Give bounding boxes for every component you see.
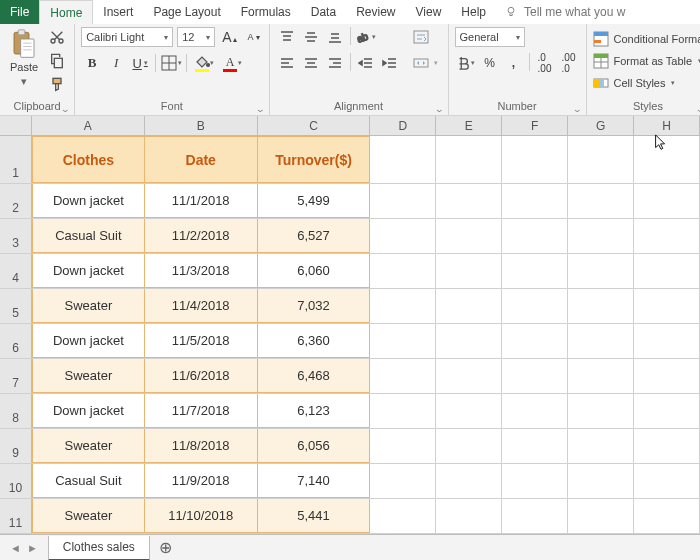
font-size-select[interactable]: 12▾ <box>177 27 215 47</box>
percent-format-button[interactable]: % <box>479 53 501 73</box>
row-header-10[interactable]: 10 <box>0 464 32 498</box>
cell-C3[interactable]: 6,527 <box>258 219 371 253</box>
cell-A2[interactable]: Down jacket <box>32 184 145 218</box>
row-header-5[interactable]: 5 <box>0 289 32 323</box>
tab-nav-next[interactable]: ► <box>27 542 38 554</box>
cell-F6[interactable] <box>502 324 568 358</box>
cell-F8[interactable] <box>502 394 568 428</box>
col-header-H[interactable]: H <box>634 116 700 135</box>
cell-C4[interactable]: 6,060 <box>258 254 371 288</box>
row-header-9[interactable]: 9 <box>0 429 32 463</box>
cell-G8[interactable] <box>568 394 634 428</box>
font-color-button[interactable]: A▾ <box>219 53 241 73</box>
cell-F5[interactable] <box>502 289 568 323</box>
cell-E3[interactable] <box>436 219 502 253</box>
cell-H3[interactable] <box>634 219 700 253</box>
cell-B11[interactable]: 11/10/2018 <box>145 499 258 533</box>
cell-C8[interactable]: 6,123 <box>258 394 371 428</box>
cell-H6[interactable] <box>634 324 700 358</box>
cell-C10[interactable]: 7,140 <box>258 464 371 498</box>
cell-B2[interactable]: 11/1/2018 <box>145 184 258 218</box>
cell-A7[interactable]: Sweater <box>32 359 145 393</box>
align-bottom-button[interactable] <box>324 27 346 47</box>
menu-data[interactable]: Data <box>301 0 346 24</box>
comma-format-button[interactable]: , <box>503 53 525 73</box>
col-header-B[interactable]: B <box>145 116 258 135</box>
format-painter-button[interactable] <box>46 75 68 95</box>
cell-G4[interactable] <box>568 254 634 288</box>
align-middle-button[interactable] <box>300 27 322 47</box>
cell-C6[interactable]: 6,360 <box>258 324 371 358</box>
copy-button[interactable] <box>46 51 68 71</box>
cell-D11[interactable] <box>370 499 436 533</box>
cell-D8[interactable] <box>370 394 436 428</box>
cell-A4[interactable]: Down jacket <box>32 254 145 288</box>
menu-file[interactable]: File <box>0 0 39 24</box>
col-header-A[interactable]: A <box>32 116 145 135</box>
decrease-font-button[interactable]: A▾ <box>244 32 262 42</box>
row-header-7[interactable]: 7 <box>0 359 32 393</box>
cell-B1[interactable]: Date <box>145 136 258 183</box>
cell-B7[interactable]: 11/6/2018 <box>145 359 258 393</box>
decrease-decimal-button[interactable]: .00.0 <box>558 53 580 73</box>
cell-D4[interactable] <box>370 254 436 288</box>
cell-H1[interactable] <box>634 136 700 183</box>
cell-G7[interactable] <box>568 359 634 393</box>
cell-A10[interactable]: Casual Suit <box>32 464 145 498</box>
cell-G9[interactable] <box>568 429 634 463</box>
col-header-G[interactable]: G <box>568 116 634 135</box>
menu-review[interactable]: Review <box>346 0 405 24</box>
cell-A6[interactable]: Down jacket <box>32 324 145 358</box>
underline-button[interactable]: U▾ <box>129 53 151 73</box>
align-left-button[interactable] <box>276 53 298 73</box>
sheet-tab-active[interactable]: Clothes sales <box>48 536 150 561</box>
row-header-11[interactable]: 11 <box>0 499 32 533</box>
italic-button[interactable]: I <box>105 53 127 73</box>
cell-A1[interactable]: Clothes <box>32 136 145 183</box>
menu-help[interactable]: Help <box>451 0 496 24</box>
cell-E4[interactable] <box>436 254 502 288</box>
cell-F3[interactable] <box>502 219 568 253</box>
cell-H5[interactable] <box>634 289 700 323</box>
cell-A11[interactable]: Sweater <box>32 499 145 533</box>
font-name-select[interactable]: Calibri Light▾ <box>81 27 173 47</box>
cell-F7[interactable] <box>502 359 568 393</box>
cell-H8[interactable] <box>634 394 700 428</box>
cell-E7[interactable] <box>436 359 502 393</box>
cell-C1[interactable]: Turnover($) <box>258 136 371 183</box>
cell-D3[interactable] <box>370 219 436 253</box>
cell-E6[interactable] <box>436 324 502 358</box>
cell-E10[interactable] <box>436 464 502 498</box>
accounting-format-button[interactable]: ▾ <box>455 53 477 73</box>
tell-me-search[interactable]: Tell me what you w <box>504 0 625 24</box>
select-all-corner[interactable] <box>0 116 32 135</box>
row-header-2[interactable]: 2 <box>0 184 32 218</box>
cell-C11[interactable]: 5,441 <box>258 499 371 533</box>
col-header-F[interactable]: F <box>502 116 568 135</box>
cell-B3[interactable]: 11/2/2018 <box>145 219 258 253</box>
col-header-C[interactable]: C <box>258 116 371 135</box>
cell-A9[interactable]: Sweater <box>32 429 145 463</box>
cell-B8[interactable]: 11/7/2018 <box>145 394 258 428</box>
cell-H7[interactable] <box>634 359 700 393</box>
cell-D6[interactable] <box>370 324 436 358</box>
cell-B4[interactable]: 11/3/2018 <box>145 254 258 288</box>
cell-E2[interactable] <box>436 184 502 218</box>
cell-styles-button[interactable]: Cell Styles▾ <box>593 73 701 93</box>
cell-G11[interactable] <box>568 499 634 533</box>
row-header-3[interactable]: 3 <box>0 219 32 253</box>
fill-color-button[interactable]: ▾ <box>191 53 213 73</box>
cell-A3[interactable]: Casual Suit <box>32 219 145 253</box>
menu-formulas[interactable]: Formulas <box>231 0 301 24</box>
cell-D9[interactable] <box>370 429 436 463</box>
align-top-button[interactable] <box>276 27 298 47</box>
increase-decimal-button[interactable]: .0.00 <box>534 53 556 73</box>
menu-page-layout[interactable]: Page Layout <box>143 0 230 24</box>
cell-E9[interactable] <box>436 429 502 463</box>
menu-view[interactable]: View <box>406 0 452 24</box>
increase-indent-button[interactable] <box>379 53 401 73</box>
cell-C5[interactable]: 7,032 <box>258 289 371 323</box>
cell-E8[interactable] <box>436 394 502 428</box>
cell-E11[interactable] <box>436 499 502 533</box>
number-format-select[interactable]: General▾ <box>455 27 525 47</box>
